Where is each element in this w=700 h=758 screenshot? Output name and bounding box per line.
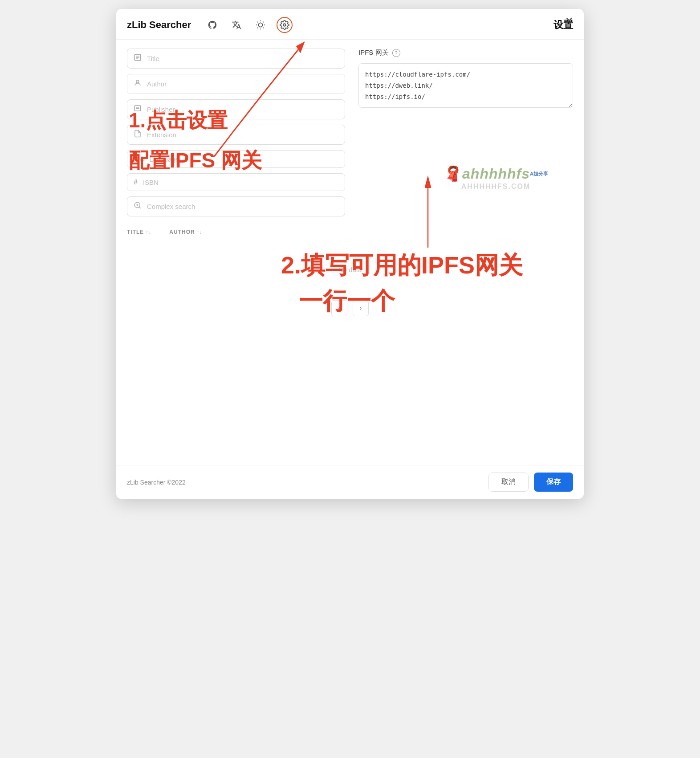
no-data: No data xyxy=(127,239,573,291)
ipfs-label-row: IPFS 网关 ? xyxy=(358,49,573,57)
save-button[interactable]: 保存 xyxy=(534,473,573,492)
theme-icon[interactable] xyxy=(252,17,269,33)
complex-search-input-row xyxy=(127,196,345,216)
isbn-icon: # xyxy=(134,178,138,186)
svg-point-9 xyxy=(284,24,286,26)
svg-line-4 xyxy=(263,28,264,28)
col-title-header: TITLE ↑↓ xyxy=(127,229,151,235)
svg-line-7 xyxy=(257,28,258,28)
isbn-input-row: # xyxy=(127,173,345,191)
ipfs-textarea[interactable]: https://cloudflare-ipfs.com/ https://dwe… xyxy=(358,63,573,108)
settings-icon[interactable] xyxy=(277,17,293,33)
app-window: zLib Searcher xyxy=(116,9,584,499)
footer: zLib Searcher ©2022 取消 保存 xyxy=(116,465,584,499)
svg-line-19 xyxy=(139,207,140,208)
cancel-button[interactable]: 取消 xyxy=(488,473,529,492)
author-input-row xyxy=(127,74,345,94)
results-section: TITLE ↑↓ AUTHOR ↑↓ No data xyxy=(116,225,584,291)
main-layout: 文A # xyxy=(116,40,584,225)
language-input[interactable] xyxy=(149,155,338,163)
header-icons xyxy=(204,17,293,33)
col-author-header: AUTHOR ↑↓ xyxy=(169,229,202,235)
header: zLib Searcher xyxy=(116,9,584,40)
svg-point-0 xyxy=(259,23,263,27)
svg-line-8 xyxy=(263,22,264,22)
footer-copyright: zLib Searcher ©2022 xyxy=(127,479,186,486)
author-input[interactable] xyxy=(147,80,338,88)
complex-search-icon xyxy=(134,201,142,212)
prev-page-button[interactable]: ‹ xyxy=(331,300,347,316)
language-input-row: 文A xyxy=(127,150,345,168)
author-icon xyxy=(134,79,142,89)
results-header: TITLE ↑↓ AUTHOR ↑↓ xyxy=(127,225,573,239)
translate-icon[interactable] xyxy=(228,17,244,33)
title-input-row xyxy=(127,49,345,69)
github-icon[interactable] xyxy=(204,17,220,33)
svg-point-14 xyxy=(136,80,139,83)
isbn-input[interactable] xyxy=(143,179,338,186)
extension-icon xyxy=(134,130,142,140)
publisher-input-row xyxy=(127,99,345,119)
title-icon xyxy=(134,53,142,64)
close-button[interactable]: ✕ xyxy=(565,16,573,26)
app-title: zLib Searcher xyxy=(127,19,191,31)
svg-line-3 xyxy=(257,22,258,22)
publisher-icon xyxy=(134,104,142,114)
extension-input[interactable] xyxy=(147,131,338,139)
next-page-button[interactable]: › xyxy=(353,300,369,316)
publisher-input[interactable] xyxy=(147,106,338,113)
language-icon: 文A xyxy=(134,155,144,163)
ipfs-label: IPFS 网关 xyxy=(358,49,389,57)
help-icon[interactable]: ? xyxy=(392,49,400,57)
complex-search-input[interactable] xyxy=(147,203,338,210)
pagination: ‹ › xyxy=(116,291,584,334)
title-sort-icon[interactable]: ↑↓ xyxy=(146,229,151,235)
title-input[interactable] xyxy=(147,55,338,62)
extension-input-row xyxy=(127,125,345,145)
footer-buttons: 取消 保存 xyxy=(488,473,573,492)
author-sort-icon[interactable]: ↑↓ xyxy=(197,229,203,235)
search-panel: 文A # xyxy=(127,49,345,216)
settings-panel: IPFS 网关 ? https://cloudflare-ipfs.com/ h… xyxy=(358,49,573,216)
